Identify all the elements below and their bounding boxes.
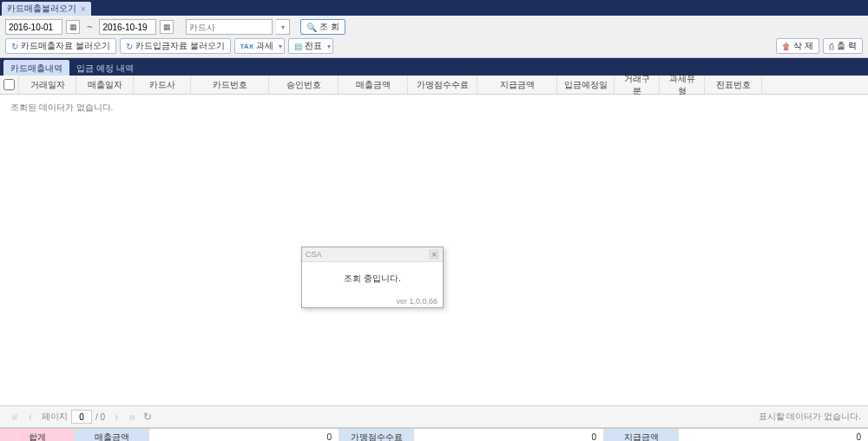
tax-type-dropdown[interactable]: TAX 과세	[234, 38, 285, 54]
close-icon[interactable]: ×	[81, 4, 86, 14]
refresh-icon: ↻	[126, 42, 133, 51]
load-sales-label: 카드매출자료 불러오기	[21, 40, 110, 52]
column-header[interactable]: 전표번호	[705, 76, 762, 94]
date-to-input[interactable]	[99, 19, 156, 35]
pager-refresh-icon[interactable]: ↻	[143, 411, 152, 423]
app-tab[interactable]: 카드매출불러오기 ×	[2, 2, 91, 16]
summary-fee-value: 0	[414, 429, 604, 441]
pager-status: 표시할 데이터가 없습니다.	[759, 411, 861, 423]
print-label: 출 력	[837, 40, 857, 52]
modal-message: 조회 중입니다.	[302, 262, 443, 295]
column-header[interactable]: 매출금액	[339, 76, 408, 94]
print-button[interactable]: ⎙ 출 력	[823, 38, 863, 54]
search-icon: 🔍	[306, 23, 317, 32]
delete-button[interactable]: 🗑 삭 제	[776, 38, 819, 54]
summary-total-label: 합계	[0, 429, 75, 441]
column-header[interactable]: 카드번호	[191, 76, 269, 94]
pager-next-button[interactable]: ›	[108, 409, 124, 425]
page-input[interactable]	[71, 410, 92, 424]
column-header[interactable]: 입금예정일	[557, 76, 615, 94]
pager-prev-button[interactable]: ‹	[23, 409, 38, 425]
refresh-icon: ↻	[11, 42, 18, 51]
column-header[interactable]: 가맹점수수료	[408, 76, 477, 94]
search-button[interactable]: 🔍 조 회	[300, 19, 345, 35]
voucher-label: 전표	[305, 40, 322, 52]
trash-icon: 🗑	[782, 42, 791, 51]
loading-modal: CSA ✕ 조회 중입니다. ver 1,0,0,66	[301, 247, 444, 308]
calendar-icon[interactable]: ▦	[160, 20, 174, 34]
column-header[interactable]: 매출일자	[76, 76, 134, 94]
voucher-dropdown[interactable]: ▤ 전표	[288, 38, 333, 54]
pager-last-button[interactable]: »	[124, 409, 140, 425]
summary-pay-label: 지급금액	[604, 429, 679, 441]
date-separator: ~	[83, 22, 95, 32]
summary-fee-label: 가맹점수수료	[339, 429, 414, 441]
summary-sales-value: 0	[149, 429, 339, 441]
search-button-label: 조 회	[319, 21, 339, 33]
empty-message: 조회된 데이터가 없습니다.	[0, 95, 868, 121]
grid-body: 조회된 데이터가 없습니다. CSA ✕ 조회 중입니다. ver 1,0,0,…	[0, 95, 868, 405]
tax-icon: TAX	[240, 43, 253, 50]
tab-deposit-plan[interactable]: 입금 예정 내역	[69, 60, 141, 76]
modal-title: CSA	[306, 250, 322, 259]
printer-icon: ⎙	[829, 42, 834, 51]
load-deposit-label: 카드입금자료 불러오기	[135, 40, 225, 52]
summary-sales-label: 매출금액	[75, 429, 149, 441]
calendar-icon[interactable]: ▦	[66, 20, 80, 34]
date-from-input[interactable]	[5, 19, 62, 35]
select-all-cell	[0, 76, 19, 94]
app-tab-title: 카드매출불러오기	[7, 3, 76, 15]
load-deposit-button[interactable]: ↻ 카드입금자료 불러오기	[120, 38, 231, 54]
column-header[interactable]: 과세유형	[660, 76, 705, 94]
modal-version: ver 1,0,0,66	[302, 295, 443, 307]
column-header[interactable]: 거래일자	[19, 76, 76, 94]
column-header[interactable]: 거래구분	[615, 76, 660, 94]
page-total: / 0	[95, 412, 105, 422]
column-header[interactable]: 지급금액	[477, 76, 557, 94]
tax-type-label: 과세	[256, 40, 273, 52]
page-label: 페이지	[42, 411, 68, 423]
load-sales-button[interactable]: ↻ 카드매출자료 불러오기	[5, 38, 116, 54]
document-icon: ▤	[294, 42, 302, 51]
column-header[interactable]: 승인번호	[269, 76, 339, 94]
summary-pay-value: 0	[679, 429, 868, 441]
select-all-checkbox[interactable]	[3, 79, 15, 90]
card-company-input[interactable]	[186, 19, 273, 35]
delete-label: 삭 제	[793, 40, 813, 52]
column-header[interactable]: 카드사	[134, 76, 191, 94]
modal-close-icon[interactable]: ✕	[429, 249, 439, 260]
card-company-dropdown-button[interactable]: ▾	[276, 19, 290, 35]
tab-sales-history[interactable]: 카드매출내역	[3, 60, 69, 76]
pager-first-button[interactable]: «	[7, 409, 23, 425]
